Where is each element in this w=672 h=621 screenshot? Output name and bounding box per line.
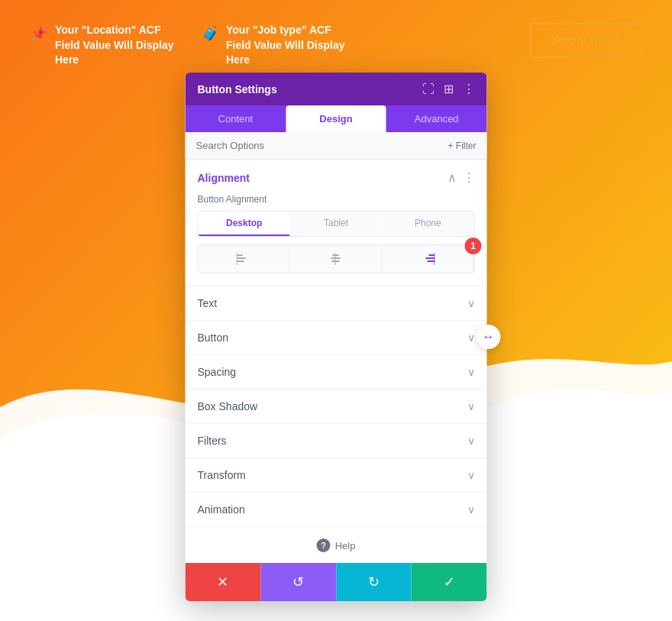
location-item: 📌 Your "Location" ACF Field Value Will D… — [31, 23, 183, 68]
section-transform[interactable]: Transform ∨ — [186, 458, 487, 493]
cancel-button[interactable]: ✕ — [186, 563, 261, 601]
button-alignment-label: Button Alignment — [198, 194, 475, 205]
svg-rect-8 — [426, 257, 435, 259]
alignment-section-header: Alignment ∧ ⋮ — [198, 170, 475, 185]
device-tab-phone[interactable]: Phone — [382, 212, 473, 236]
button-settings-panel: Button Settings ⛶ ⊞ ⋮ Content Design Adv… — [186, 73, 487, 601]
pin-icon: 📌 — [31, 24, 47, 44]
align-left-icon — [236, 253, 251, 265]
collapsible-sections: Text ∨ Button ∨ Spacing ∨ Box Shadow ∨ F… — [186, 286, 487, 527]
svg-rect-1 — [236, 254, 242, 256]
briefcase-icon: 🧳 — [202, 24, 218, 44]
align-center-option[interactable] — [290, 245, 382, 273]
section-header-icons: ∧ ⋮ — [447, 170, 475, 185]
chevron-button-icon: ∨ — [467, 332, 475, 344]
help-icon: ? — [317, 539, 331, 552]
section-animation[interactable]: Animation ∨ — [186, 493, 487, 527]
save-button[interactable]: ✓ — [412, 563, 487, 601]
redo-button[interactable]: ↻ — [336, 563, 412, 601]
svg-rect-2 — [236, 260, 244, 262]
chevron-filters-icon: ∨ — [467, 435, 475, 447]
chevron-box-shadow-icon: ∨ — [467, 400, 475, 412]
panel-tabs: Content Design Advanced — [186, 105, 487, 132]
alignment-title: Alignment — [198, 172, 250, 184]
panel-title: Button Settings — [198, 83, 277, 95]
side-expand-icon[interactable]: ↔ — [477, 325, 501, 349]
tab-content[interactable]: Content — [186, 105, 286, 132]
svg-rect-0 — [236, 257, 245, 259]
jobtype-item: 🧳 Your "Job type" ACF Field Value Will D… — [202, 23, 354, 68]
chevron-transform-icon: ∨ — [467, 469, 475, 481]
top-bar: 📌 Your "Location" ACF Field Value Will D… — [0, 0, 672, 68]
panel-header: Button Settings ⛶ ⊞ ⋮ — [186, 73, 487, 105]
align-right-icon — [420, 253, 435, 265]
jobtype-label: Your "Job type" ACF Field Value Will Dis… — [226, 23, 354, 68]
svg-rect-9 — [429, 254, 435, 256]
chevron-up-icon[interactable]: ∧ — [447, 170, 457, 185]
section-more-icon[interactable]: ⋮ — [463, 170, 475, 185]
chevron-spacing-icon: ∨ — [467, 366, 475, 378]
columns-icon[interactable]: ⊞ — [444, 82, 454, 96]
tab-advanced[interactable]: Advanced — [386, 105, 487, 132]
help-button[interactable]: ? Help — [317, 539, 356, 552]
device-tab-tablet[interactable]: Tablet — [290, 212, 382, 236]
apply-now-button[interactable]: Apply now! — [530, 23, 641, 58]
location-label: Your "Location" ACF Field Value Will Dis… — [55, 23, 183, 68]
svg-rect-3 — [236, 253, 237, 265]
chevron-animation-icon: ∨ — [467, 503, 475, 516]
badge-counter: 1 — [465, 238, 482, 254]
svg-rect-11 — [435, 253, 435, 265]
panel-wrapper: Button Settings ⛶ ⊞ ⋮ Content Design Adv… — [186, 73, 487, 601]
device-tabs: Desktop Tablet Phone — [198, 211, 475, 237]
search-input[interactable] — [196, 140, 448, 151]
undo-button[interactable]: ↺ — [260, 563, 336, 601]
alignment-section: Alignment ∧ ⋮ Button Alignment Desktop T… — [186, 160, 487, 286]
section-button[interactable]: Button ∨ — [186, 321, 487, 355]
align-center-icon — [328, 253, 343, 265]
align-right-option[interactable] — [382, 245, 473, 273]
tab-design[interactable]: Design — [286, 105, 386, 132]
expand-icon[interactable]: ⛶ — [422, 82, 435, 96]
align-left-option[interactable] — [199, 245, 290, 273]
svg-rect-7 — [334, 253, 335, 265]
alignment-options: 1 — [198, 244, 475, 273]
chevron-text-icon: ∨ — [467, 297, 475, 309]
expand-icon-wrapper: ↔ — [477, 325, 501, 349]
device-tab-desktop[interactable]: Desktop — [199, 212, 290, 236]
help-label: Help — [335, 540, 356, 551]
section-text[interactable]: Text ∨ — [186, 286, 487, 321]
panel-container: Button Settings ⛶ ⊞ ⋮ Content Design Adv… — [186, 73, 487, 601]
search-bar: + Filter — [186, 132, 487, 160]
section-filters[interactable]: Filters ∨ — [186, 424, 487, 458]
more-icon[interactable]: ⋮ — [463, 82, 475, 96]
svg-rect-10 — [428, 260, 435, 262]
panel-header-icons: ⛶ ⊞ ⋮ — [422, 82, 475, 96]
section-spacing[interactable]: Spacing ∨ — [186, 355, 487, 390]
top-left-items: 📌 Your "Location" ACF Field Value Will D… — [31, 23, 354, 68]
section-box-shadow[interactable]: Box Shadow ∨ — [186, 390, 487, 424]
help-section: ? Help — [186, 527, 487, 563]
filter-button[interactable]: + Filter — [447, 141, 476, 151]
panel-footer: ✕ ↺ ↻ ✓ — [186, 563, 487, 601]
